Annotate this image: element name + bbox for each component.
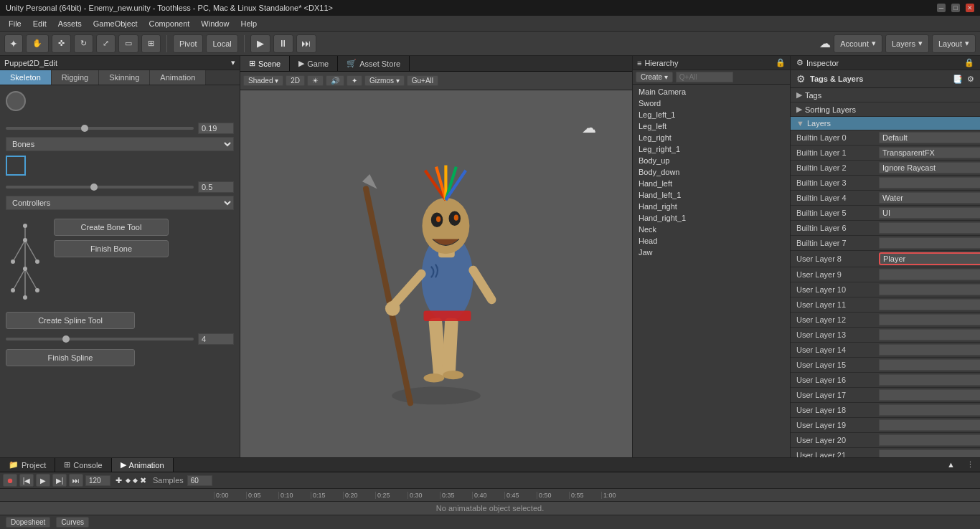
user-layer-16-input[interactable] (879, 374, 980, 386)
2d-button[interactable]: 2D (286, 75, 305, 86)
builtin-layer-5-input[interactable] (879, 207, 980, 219)
builtin-layer-7-input[interactable] (879, 237, 980, 249)
bones-slider-track[interactable] (6, 127, 194, 130)
controllers-slider-track[interactable] (6, 186, 194, 189)
samples-input[interactable] (187, 475, 212, 486)
hierarchy-create-button[interactable]: Create ▾ (636, 72, 673, 82)
sound-toggle[interactable]: 🔊 (326, 75, 344, 86)
tags-layers-bookmark[interactable]: 📑 (953, 75, 963, 84)
builtin-layer-0-input[interactable] (879, 132, 980, 143)
bones-dropdown[interactable]: Bones (6, 137, 234, 151)
close-button[interactable]: ✕ (966, 4, 974, 12)
spline-slider-value[interactable] (198, 333, 234, 345)
bones-slider-thumb[interactable] (81, 125, 88, 132)
hierarchy-search[interactable] (676, 72, 733, 82)
hierarchy-item-hand-right-1[interactable]: Hand_right_1 (633, 212, 790, 224)
pivot-button[interactable]: Pivot (173, 34, 203, 53)
tab-animation[interactable]: ▶ Animation (112, 458, 174, 472)
tags-section-header[interactable]: ▶ Tags (791, 88, 980, 103)
tab-console[interactable]: ⊞ Console (55, 458, 111, 472)
controllers-dropdown[interactable]: Controllers (6, 196, 234, 210)
tags-layers-options[interactable]: ⚙ (967, 75, 974, 84)
builtin-layer-1-input[interactable] (879, 147, 980, 158)
anim-record-button[interactable]: ⏺ (3, 474, 17, 487)
hierarchy-item-leg-right[interactable]: Leg_right (633, 132, 790, 143)
timeline-area[interactable]: 0:00 0:05 0:10 0:15 0:20 0:25 0:30 0:35 … (0, 489, 980, 515)
hierarchy-item-sword[interactable]: Sword (633, 97, 790, 109)
user-layer-11-input[interactable] (879, 299, 980, 310)
user-layer-19-input[interactable] (879, 419, 980, 431)
step-button[interactable]: ⏭ (296, 34, 316, 53)
hierarchy-item-body-down[interactable]: Body_down (633, 166, 790, 178)
anim-prev-key-button[interactable]: |◀ (19, 474, 34, 487)
hierarchy-item-hand-left[interactable]: Hand_left (633, 178, 790, 189)
sorting-layers-section-header[interactable]: ▶ Sorting Layers (791, 103, 980, 117)
hierarchy-item-hand-right[interactable]: Hand_right (633, 201, 790, 212)
bottom-panel-collapse[interactable]: ▲ (941, 458, 961, 472)
finish-bone-button[interactable]: Finish Bone (54, 240, 169, 257)
hierarchy-item-leg-right-1[interactable]: Leg_right_1 (633, 143, 790, 155)
tool-rect[interactable]: ▭ (118, 34, 138, 53)
tool-scale[interactable]: ⤢ (96, 34, 116, 53)
hierarchy-item-leg-left-1[interactable]: Leg_left_1 (633, 109, 790, 120)
menu-window[interactable]: Window (195, 18, 235, 29)
tab-animation[interactable]: Animation (150, 70, 206, 85)
bottom-panel-options[interactable]: ⋮ (961, 458, 980, 472)
user-layer-21-input[interactable] (879, 449, 980, 457)
user-layer-18-input[interactable] (879, 404, 980, 416)
puppet2d-collapse[interactable]: ▾ (231, 58, 235, 67)
gui-layer-button[interactable]: Gu+All (407, 75, 438, 86)
layers-section-header[interactable]: ▼ Layers (791, 117, 980, 130)
local-button[interactable]: Local (206, 34, 237, 53)
create-bone-tool-button[interactable]: Create Bone Tool (54, 219, 169, 236)
account-dropdown[interactable]: Account ▾ (834, 34, 882, 53)
hierarchy-item-hand-left-1[interactable]: Hand_left_1 (633, 189, 790, 201)
bones-slider-value[interactable] (198, 123, 234, 134)
anim-last-frame-button[interactable]: ⏭ (69, 474, 83, 487)
curves-button[interactable]: Curves (56, 517, 89, 528)
tab-scene[interactable]: ⊞ Scene (240, 56, 290, 71)
anim-next-key-button[interactable]: ▶| (52, 474, 67, 487)
finish-spline-button[interactable]: Finish Spline (6, 349, 135, 366)
menu-file[interactable]: File (3, 18, 27, 29)
inspector-lock[interactable]: 🔒 (964, 58, 974, 67)
spline-slider-thumb[interactable] (62, 335, 70, 343)
anim-fps-input[interactable] (85, 475, 110, 486)
menu-help[interactable]: Help (235, 18, 263, 29)
menu-assets[interactable]: Assets (52, 18, 88, 29)
layers-dropdown[interactable]: Layers ▾ (885, 34, 929, 53)
user-layer-10-input[interactable] (879, 284, 980, 295)
builtin-layer-6-input[interactable] (879, 222, 980, 234)
menu-gameobject[interactable]: GameObject (88, 18, 143, 29)
tab-rigging[interactable]: Rigging (52, 70, 99, 85)
dopesheet-button[interactable]: Dopesheet (6, 517, 50, 528)
scene-view[interactable]: ☁ (240, 90, 632, 457)
play-button[interactable]: ▶ (250, 34, 270, 53)
maximize-button[interactable]: □ (951, 4, 960, 12)
spline-slider-track[interactable] (6, 338, 194, 340)
tool-transform[interactable]: ⊞ (141, 34, 161, 53)
shaded-button[interactable]: Shaded ▾ (243, 75, 283, 86)
menu-edit[interactable]: Edit (27, 18, 52, 29)
user-layer-20-input[interactable] (879, 434, 980, 446)
tool-rotate[interactable]: ↻ (74, 34, 93, 53)
tab-project[interactable]: 📁 Project (0, 458, 55, 472)
pause-button[interactable]: ⏸ (273, 34, 293, 53)
anim-key-dot[interactable]: ◆ (133, 477, 138, 484)
tab-asset-store[interactable]: 🛒 Asset Store (338, 56, 410, 71)
effects-toggle[interactable]: ✦ (347, 75, 362, 86)
create-spline-tool-button[interactable]: Create Spline Tool (6, 312, 135, 329)
hierarchy-item-head[interactable]: Head (633, 235, 790, 247)
user-layer-13-input[interactable] (879, 329, 980, 340)
hierarchy-item-neck[interactable]: Neck (633, 224, 790, 235)
gizmos-button[interactable]: Gizmos ▾ (364, 75, 405, 86)
user-layer-12-input[interactable] (879, 314, 980, 325)
anim-key-all[interactable]: ◆ (126, 477, 131, 484)
anim-delete-key[interactable]: ✖ (140, 476, 146, 485)
anim-add-property[interactable]: ✚ (116, 476, 122, 485)
builtin-layer-4-input[interactable] (879, 192, 980, 204)
hierarchy-item-main-camera[interactable]: Main Camera (633, 86, 790, 97)
hierarchy-item-leg-left[interactable]: Leg_left (633, 120, 790, 132)
hierarchy-item-jaw[interactable]: Jaw (633, 247, 790, 258)
tool-move[interactable]: ✜ (52, 34, 71, 53)
